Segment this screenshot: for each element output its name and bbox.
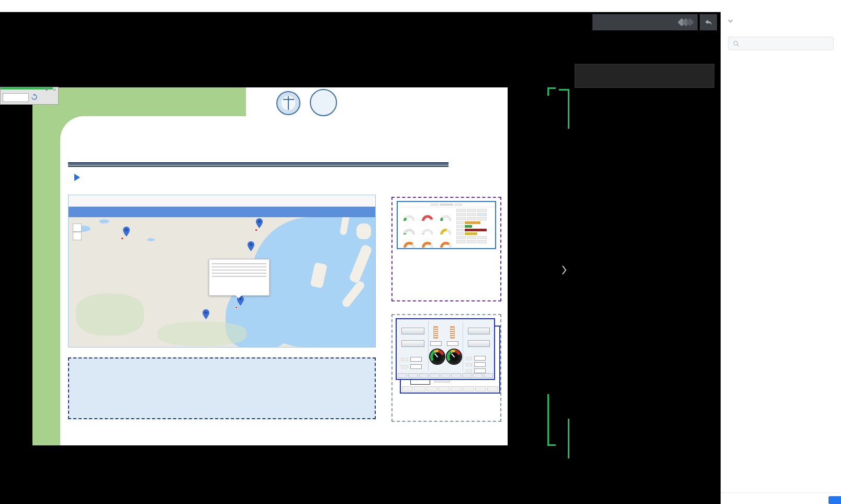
video-tile-partial[interactable] xyxy=(575,64,714,88)
wincc-gauge xyxy=(447,350,461,364)
wincc-mode-button xyxy=(401,328,424,334)
members-panel-header xyxy=(721,12,841,32)
map-figure-title xyxy=(69,195,375,207)
dashboard-value-table xyxy=(456,207,495,248)
annotation-mark xyxy=(547,394,549,446)
annotation-mark xyxy=(547,444,556,446)
video-tile-column xyxy=(575,64,714,504)
popup-body-text xyxy=(212,263,266,279)
footer-action-button[interactable] xyxy=(828,496,841,504)
collapse-panel-chevron[interactable] xyxy=(561,264,567,276)
map-zoom-out xyxy=(73,232,82,240)
wincc-field xyxy=(447,341,458,346)
chevron-down-icon[interactable] xyxy=(727,19,734,23)
map-pin xyxy=(203,309,209,319)
wincc-stop-button xyxy=(468,340,490,347)
wincc-mode-button xyxy=(401,340,424,347)
map-pin xyxy=(256,218,263,228)
wincc-field xyxy=(410,364,422,369)
timer-replay-icon[interactable] xyxy=(31,94,38,100)
arrow-bullet-icon xyxy=(74,174,80,181)
well-site-marker xyxy=(255,229,257,231)
wincc-field xyxy=(474,362,486,367)
title-separator xyxy=(68,162,448,167)
wincc-field xyxy=(474,356,486,361)
map-pin xyxy=(248,241,254,251)
college-emblem-icon xyxy=(310,89,337,116)
tencent-meeting-window: × xyxy=(0,0,841,504)
gauge-grid xyxy=(398,207,456,248)
lake-uvs xyxy=(147,238,155,241)
wincc-button-strip xyxy=(398,373,493,378)
search-input[interactable] xyxy=(743,40,826,47)
timer-close-icon[interactable]: × xyxy=(53,87,56,93)
section-heading xyxy=(74,174,85,181)
annotation-mark xyxy=(547,87,549,96)
well-site-marker xyxy=(121,237,124,240)
wincc-screen-front xyxy=(396,318,495,380)
meeting-logo-icon xyxy=(678,18,693,27)
well-site-marker xyxy=(235,306,238,309)
monitoring-dashboard-figure xyxy=(397,201,496,249)
member-search-box[interactable] xyxy=(728,37,834,50)
speaking-indicator xyxy=(592,14,698,30)
timer-overlay[interactable]: × xyxy=(0,87,59,105)
wincc-gauge xyxy=(430,350,444,364)
wincc-field xyxy=(430,341,442,346)
reply-arrow-icon xyxy=(704,18,713,26)
members-panel-footer xyxy=(721,492,841,504)
mountain-region xyxy=(76,294,144,335)
timer-elapsed xyxy=(3,93,29,102)
map-nav-bar xyxy=(69,207,375,217)
map-zoom-in xyxy=(73,223,82,232)
map-pin xyxy=(123,227,130,237)
annotation-mark xyxy=(568,419,569,458)
slide-green-strip xyxy=(32,87,60,445)
well-site-map-figure xyxy=(68,195,376,348)
map-info-popup xyxy=(209,259,270,296)
members-panel xyxy=(721,12,841,504)
wincc-field xyxy=(474,368,486,373)
wincc-field xyxy=(410,357,422,362)
lake-zaysan xyxy=(99,219,109,223)
wincc-column-graphic xyxy=(450,326,455,339)
dashboard-header xyxy=(398,202,495,207)
wincc-start-button xyxy=(468,328,490,334)
annotation-mark xyxy=(568,89,569,129)
search-icon xyxy=(733,40,739,47)
wincc-callout-box xyxy=(391,314,501,422)
wincc-column-graphic xyxy=(433,326,438,339)
green-region xyxy=(158,322,246,346)
back-button[interactable] xyxy=(700,14,717,30)
japan-hokkaido xyxy=(356,223,371,239)
university-seal-icon xyxy=(276,91,300,115)
timer-minimize-icon[interactable] xyxy=(44,88,49,91)
map-zoom-control xyxy=(73,223,82,240)
app-titlebar xyxy=(0,0,841,12)
dashboard-callout-box xyxy=(391,197,501,301)
wincc-button-strip xyxy=(402,386,498,391)
summary-box xyxy=(68,357,376,419)
map-canvas xyxy=(69,217,375,347)
